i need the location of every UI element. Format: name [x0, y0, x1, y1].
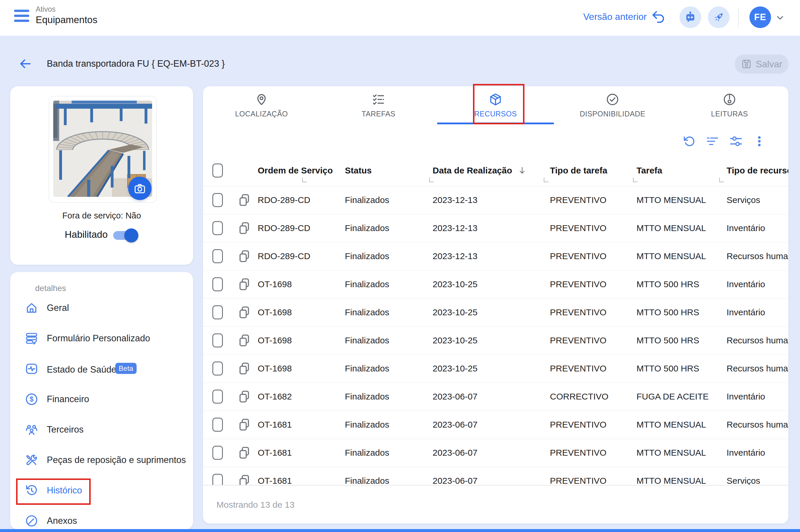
column-resize-handle[interactable] [544, 177, 549, 182]
cell-task: MTTO MENSUAL [636, 186, 706, 214]
menu-hamburger-icon[interactable] [14, 10, 31, 25]
sidebar-item-financeiro[interactable]: $ Financeiro [10, 384, 193, 414]
column-settings-icon[interactable] [729, 135, 742, 148]
cell-task-type: PREVENTIVO [550, 439, 606, 467]
open-copy-icon[interactable] [237, 326, 251, 355]
column-header-tipo-de-recurso[interactable]: Tipo de recurso [727, 155, 788, 186]
tab-tarefas[interactable]: TAREFAS [320, 86, 437, 124]
kebab-menu-icon[interactable] [753, 135, 766, 148]
open-copy-icon[interactable] [237, 186, 251, 214]
open-copy-icon[interactable] [237, 270, 251, 298]
cell-task: MTTO MENSUAL [636, 214, 706, 242]
cell-resource-type: Inventário [727, 439, 788, 467]
cell-task-type: PREVENTIVO [550, 355, 606, 383]
chevron-down-icon[interactable] [775, 13, 785, 23]
enabled-label: Habilitado [65, 229, 108, 240]
cell-task-type: CORRECTIVO [550, 383, 608, 411]
row-checkbox[interactable] [212, 446, 223, 460]
cell-resource-type: Inventário [727, 214, 788, 242]
row-checkbox[interactable] [212, 418, 223, 432]
column-header-data-de-realizacao[interactable]: Data de Realização [433, 155, 527, 186]
cell-task-type: PREVENTIVO [550, 411, 606, 439]
bottom-edge-bar [0, 529, 800, 532]
cell-status: Finalizados [345, 298, 389, 326]
out-of-service-label: Fora de serviço: Não [10, 211, 193, 221]
filter-icon[interactable] [706, 135, 719, 148]
open-copy-icon[interactable] [237, 242, 251, 270]
table-row[interactable]: OT-1698 Finalizados 2023-10-25 PREVENTIV… [203, 270, 788, 299]
sidebar-item-formulario-personalizado[interactable]: Formulário Personalizado [10, 323, 193, 354]
row-checkbox[interactable] [212, 249, 223, 263]
table-row[interactable]: OT-1681 Finalizados 2023-06-07 PREVENTIV… [203, 439, 788, 467]
sidebar-item-geral[interactable]: Geral [10, 293, 193, 323]
assistant-bot-button[interactable] [680, 6, 701, 28]
row-checkbox[interactable] [212, 193, 223, 207]
back-arrow-icon[interactable] [18, 57, 32, 70]
row-checkbox[interactable] [212, 361, 223, 376]
refresh-icon[interactable] [683, 135, 696, 148]
cell-order: RDO-289-CD [258, 242, 310, 270]
resources-panel: LOCALIZAÇÃO TAREFAS RECURSOS DISPONIBILI… [203, 86, 788, 524]
column-resize-handle[interactable] [429, 177, 434, 182]
cell-date: 2023-06-07 [433, 383, 477, 411]
cell-date: 2023-12-13 [433, 186, 477, 214]
dollar-circle-icon: $ [25, 393, 38, 406]
enabled-toggle[interactable] [113, 231, 137, 240]
change-photo-button[interactable] [128, 177, 152, 200]
table-row[interactable]: OT-1698 Finalizados 2023-10-25 PREVENTIV… [203, 355, 788, 383]
sidebar-item-estado-de-saude[interactable]: Estado de SaúdeBeta [10, 354, 193, 384]
column-resize-handle[interactable] [719, 177, 724, 182]
open-copy-icon[interactable] [237, 411, 251, 439]
open-copy-icon[interactable] [237, 214, 251, 242]
previous-version-link[interactable]: Versão anterior [583, 11, 665, 23]
rocket-icon [712, 11, 725, 24]
launch-rocket-button[interactable] [708, 6, 729, 28]
open-copy-icon[interactable] [237, 355, 251, 383]
beta-badge: Beta [115, 363, 137, 374]
open-copy-icon[interactable] [237, 383, 251, 411]
row-checkbox[interactable] [212, 334, 223, 347]
table-header: Ordem de Serviço Status Data de Realizaç… [203, 155, 788, 186]
table-row[interactable]: OT-1698 Finalizados 2023-10-25 PREVENTIV… [203, 298, 788, 327]
table-row[interactable]: RDO-289-CD Finalizados 2023-12-13 PREVEN… [203, 214, 788, 243]
avatar-initials: FE [754, 12, 766, 22]
table-row[interactable]: RDO-289-CD Finalizados 2023-12-13 PREVEN… [203, 186, 788, 214]
select-all-checkbox[interactable] [212, 164, 223, 177]
save-button[interactable]: Salvar [735, 54, 788, 74]
breadcrumb-section: Ativos [36, 5, 97, 14]
save-label: Salvar [756, 59, 782, 70]
column-header-ordem-de-servico[interactable]: Ordem de Serviço [258, 155, 333, 186]
tab-leituras[interactable]: LEITURAS [671, 86, 788, 124]
tab-disponibilidade[interactable]: DISPONIBILIDADE [554, 86, 671, 124]
table-row[interactable]: OT-1682 Finalizados 2023-06-07 CORRECTIV… [203, 383, 788, 411]
table-row[interactable]: OT-1698 Finalizados 2023-10-25 PREVENTIV… [203, 326, 788, 355]
cell-resource-type: Inventário [727, 298, 788, 326]
sidebar-item-anexos[interactable]: Anexos [10, 506, 193, 529]
cell-task-type: PREVENTIVO [550, 298, 606, 326]
cell-status: Finalizados [345, 214, 389, 242]
cell-task-type: PREVENTIVO [550, 242, 606, 270]
row-checkbox[interactable] [212, 277, 223, 291]
sidebar-item-pecas-reposicao[interactable]: Peças de reposição e suprimentos [10, 445, 193, 475]
rows-count-label: Mostrando 13 de 13 [216, 486, 294, 524]
user-avatar[interactable]: FE [749, 6, 771, 28]
cell-task-type: PREVENTIVO [550, 326, 606, 355]
cell-task: MTTO 500 HRS [636, 326, 699, 355]
sidebar-item-terceiros[interactable]: Terceiros [10, 414, 193, 445]
open-copy-icon[interactable] [237, 439, 251, 467]
column-resize-handle[interactable] [633, 177, 638, 182]
table-row[interactable]: OT-1681 Finalizados 2023-06-07 PREVENTIV… [203, 411, 788, 439]
cell-date: 2023-10-25 [433, 355, 477, 383]
column-header-tarefa[interactable]: Tarefa [636, 155, 662, 186]
table-toolbar [683, 135, 766, 148]
open-copy-icon[interactable] [237, 298, 251, 326]
column-resize-handle[interactable] [302, 177, 307, 182]
row-checkbox[interactable] [212, 305, 223, 319]
tab-localizacao[interactable]: LOCALIZAÇÃO [203, 86, 320, 124]
cell-task-type: PREVENTIVO [550, 270, 606, 298]
table-row[interactable]: RDO-289-CD Finalizados 2023-12-13 PREVEN… [203, 242, 788, 270]
row-checkbox[interactable] [212, 390, 223, 404]
column-header-status[interactable]: Status [345, 155, 372, 186]
row-checkbox[interactable] [212, 221, 223, 235]
column-header-tipo-de-tarefa[interactable]: Tipo de tarefa [550, 155, 607, 186]
